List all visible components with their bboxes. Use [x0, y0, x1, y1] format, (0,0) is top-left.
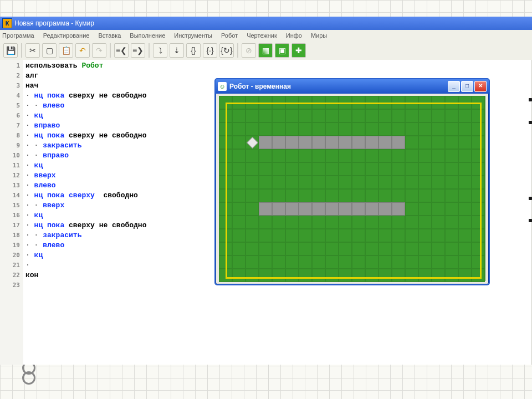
- line-gutter: 1234567891011121314151617181920212223: [0, 60, 23, 365]
- menu-Вставка[interactable]: Вставка: [98, 32, 121, 39]
- robot-field[interactable]: [219, 96, 485, 281]
- menu-Миры[interactable]: Миры: [311, 32, 327, 39]
- paste-button[interactable]: 📋: [59, 43, 73, 58]
- menu-Робот[interactable]: Робот: [221, 32, 238, 39]
- undo-button[interactable]: ↶: [75, 43, 90, 58]
- menu-Инфо[interactable]: Инфо: [286, 32, 302, 39]
- app-icon: К: [2, 18, 12, 28]
- minimize-button[interactable]: _: [448, 81, 460, 92]
- br1-button[interactable]: {}: [186, 43, 201, 58]
- menu-Чертежник[interactable]: Чертежник: [247, 32, 277, 39]
- robot-titlebar[interactable]: ☺ Робот - временная _ □ ✕: [216, 79, 489, 94]
- robot-window[interactable]: ☺ Робот - временная _ □ ✕: [214, 78, 490, 285]
- plus-button[interactable]: ✚: [291, 43, 306, 58]
- menu-Выполнение[interactable]: Выполнение: [130, 32, 165, 39]
- menu-Инструменты[interactable]: Инструменты: [174, 32, 212, 39]
- stop-button[interactable]: ⊘: [242, 43, 256, 58]
- redo-button[interactable]: ↷: [92, 43, 106, 58]
- grid-button[interactable]: ▦: [258, 43, 273, 58]
- panel-button[interactable]: ▣: [275, 43, 289, 58]
- step-into-button[interactable]: ⤵: [153, 43, 167, 58]
- save-button[interactable]: 💾: [3, 43, 18, 58]
- indent-right-button[interactable]: ≡❯: [131, 43, 145, 58]
- robot-title: Робот - временная: [229, 83, 291, 90]
- step-over-button[interactable]: ⇣: [170, 43, 184, 58]
- br2-button[interactable]: {·}: [203, 43, 217, 58]
- maximize-button[interactable]: □: [461, 81, 473, 92]
- titlebar: К Новая программа - Кумир: [0, 17, 532, 30]
- indent-left-button[interactable]: ≡❮: [114, 43, 129, 58]
- menu-Редактирование[interactable]: Редактирование: [43, 32, 90, 39]
- menu-Программа[interactable]: Программа: [2, 32, 34, 39]
- cut-button[interactable]: ✂: [25, 43, 40, 58]
- close-button[interactable]: ✕: [474, 81, 487, 92]
- copy-button[interactable]: ▢: [42, 43, 57, 58]
- robot-icon: ☺: [218, 82, 227, 91]
- window-title: Новая программа - Кумир: [14, 19, 94, 27]
- menu-bar: ПрограммаРедактированиеВставкаВыполнение…: [0, 30, 532, 42]
- br3-button[interactable]: {↻}: [219, 43, 234, 58]
- toolbar: 💾✂▢📋↶↷≡❮≡❯⤵⇣{}{·}{↻}⊘▦▣✚: [0, 41, 532, 60]
